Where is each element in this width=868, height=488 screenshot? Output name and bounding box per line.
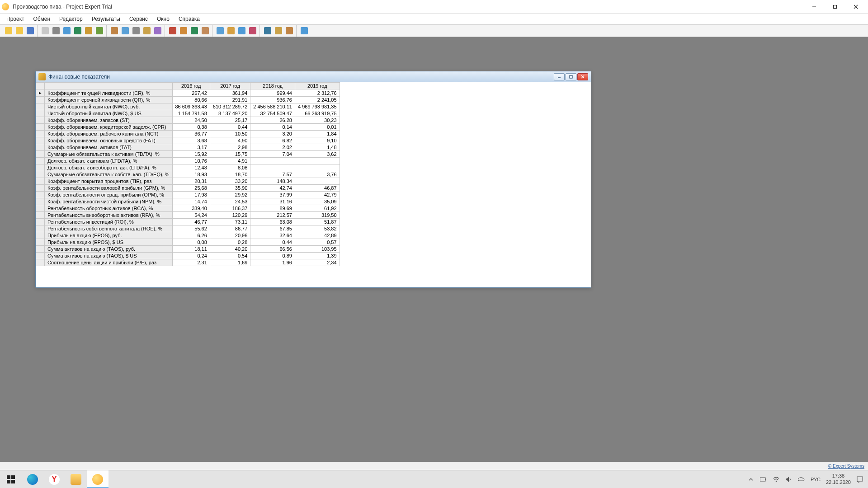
table-row[interactable]: Рентабельность собственного капитала (RO… [36, 225, 340, 232]
cell[interactable]: 61,92 [295, 205, 340, 212]
cell[interactable]: 936,76 [250, 97, 295, 103]
cell[interactable]: 18,70 [210, 171, 250, 178]
row-selector[interactable] [36, 225, 45, 232]
cell[interactable]: 12,48 [172, 164, 210, 171]
cell[interactable]: 25,68 [172, 185, 210, 192]
taskbar-app-project-expert[interactable] [87, 470, 108, 488]
cell[interactable]: 0,44 [210, 124, 250, 131]
cell[interactable]: 10,76 [172, 158, 210, 164]
toolbar-text-export[interactable] [84, 26, 94, 36]
cell[interactable]: 319,50 [295, 212, 340, 219]
cell[interactable]: 31,16 [250, 198, 295, 205]
toolbar-print[interactable] [51, 26, 61, 36]
cell[interactable] [295, 164, 340, 171]
cell[interactable]: 37,99 [250, 192, 295, 198]
cell[interactable]: 0,01 [295, 124, 340, 131]
row-selector[interactable] [36, 117, 45, 124]
cell[interactable]: 6,26 [172, 232, 210, 239]
cell[interactable]: 1,84 [295, 131, 340, 137]
row-selector[interactable] [36, 185, 45, 192]
cell[interactable]: 42,89 [295, 232, 340, 239]
cell[interactable]: 3,17 [172, 144, 210, 151]
cell[interactable]: 7,57 [250, 171, 295, 178]
row-selector[interactable] [36, 124, 45, 131]
cell[interactable]: 17,98 [172, 192, 210, 198]
toolbar-result-2[interactable] [274, 26, 283, 36]
col-header-3[interactable]: 2019 год [295, 83, 340, 89]
toolbar-result-3[interactable] [284, 26, 294, 36]
cell[interactable]: 53,82 [295, 225, 340, 232]
toolbar-result-1[interactable] [263, 26, 273, 36]
cell[interactable]: 66 263 919,75 [295, 110, 340, 117]
toolbar-preview[interactable] [40, 26, 50, 36]
financial-table[interactable]: 2016 год2017 год2018 год2019 год▸Коэффиц… [36, 82, 340, 266]
minimize-button[interactable] [804, 0, 825, 14]
cell[interactable]: 999,44 [250, 89, 295, 97]
row-selector[interactable] [36, 110, 45, 117]
cell[interactable]: 0,54 [210, 253, 250, 259]
row-selector[interactable] [36, 232, 45, 239]
toolbar-form-2[interactable] [120, 26, 130, 36]
cell[interactable]: 46,87 [295, 185, 340, 192]
table-row[interactable]: Прибыль на акцию (EPOS), $ US0,080,280,4… [36, 239, 340, 246]
row-selector[interactable] [36, 103, 45, 110]
menu-item-0[interactable]: Проект [2, 15, 29, 23]
table-row[interactable]: Коэфф. оборачиваем. активов (TAT)3,172,9… [36, 144, 340, 151]
vendor-link[interactable]: © Expert Systems [828, 464, 864, 469]
cell[interactable]: 339,40 [172, 205, 210, 212]
row-selector[interactable]: ▸ [36, 89, 45, 97]
table-row[interactable]: Коэф. рентабельности операц. прибыли (OP… [36, 192, 340, 198]
toolbar-analysis-3[interactable] [237, 26, 247, 36]
table-row[interactable]: Коэффициент покрытия процентов (TIE), ра… [36, 178, 340, 185]
cell[interactable]: 0,89 [250, 253, 295, 259]
col-header-1[interactable]: 2017 год [210, 83, 250, 89]
row-selector[interactable] [36, 164, 45, 171]
cell[interactable]: 2 241,05 [295, 97, 340, 103]
toolbar-analysis-4[interactable] [248, 26, 258, 36]
cell[interactable]: 0,14 [250, 124, 295, 131]
row-selector[interactable] [36, 198, 45, 205]
cell[interactable]: 25,17 [210, 117, 250, 124]
cell[interactable] [250, 158, 295, 164]
cell[interactable]: 8 137 497,20 [210, 110, 250, 117]
toolbar-html-export[interactable] [73, 26, 83, 36]
table-row[interactable]: Сумма активов на акцию (TAOS), $ US0,240… [36, 253, 340, 259]
menu-item-5[interactable]: Окно [152, 15, 174, 23]
table-row[interactable]: Чистый оборотный капитал (NWC), руб.86 6… [36, 103, 340, 110]
child-close-button[interactable] [577, 73, 588, 80]
cell[interactable]: 1,48 [295, 144, 340, 151]
cell[interactable]: 2 312,76 [295, 89, 340, 97]
cell[interactable]: 30,23 [295, 117, 340, 124]
cell[interactable]: 9,10 [295, 137, 340, 144]
col-header-2[interactable]: 2018 год [250, 83, 295, 89]
table-row[interactable]: Сумма активов на акцию (TAOS), руб.18,11… [36, 246, 340, 253]
menu-item-1[interactable]: Обмен [29, 15, 55, 23]
cell[interactable]: 67,85 [250, 225, 295, 232]
toolbar-report-2[interactable] [179, 26, 189, 36]
taskbar-app-yandex[interactable]: Y [43, 470, 65, 488]
cell[interactable]: 10,50 [210, 131, 250, 137]
menu-item-4[interactable]: Сервис [125, 15, 152, 23]
cell[interactable]: 4 969 793 981,35 [295, 103, 340, 110]
cell[interactable] [295, 158, 340, 164]
cell[interactable]: 2,31 [172, 259, 210, 266]
cell[interactable]: 1,96 [250, 259, 295, 266]
tray-language[interactable]: РУС [811, 477, 821, 482]
table-row[interactable]: Коэффициент срочной ликвидности (QR), %8… [36, 97, 340, 103]
row-selector[interactable] [36, 137, 45, 144]
cell[interactable]: 14,74 [172, 198, 210, 205]
cell[interactable]: 32,64 [250, 232, 295, 239]
cell[interactable]: 148,34 [250, 178, 295, 185]
toolbar-save-project[interactable] [25, 26, 35, 36]
taskbar-app-edge[interactable] [22, 470, 43, 488]
cell[interactable]: 18,11 [172, 246, 210, 253]
cell[interactable]: 73,11 [210, 219, 250, 225]
table-row[interactable]: Рентабельность оборотных активов (RCA), … [36, 205, 340, 212]
row-selector[interactable] [36, 239, 45, 246]
row-selector[interactable] [36, 192, 45, 198]
cell[interactable]: 212,57 [250, 212, 295, 219]
cell[interactable]: 1 154 791,58 [172, 110, 210, 117]
cell[interactable]: 186,37 [210, 205, 250, 212]
cell[interactable]: 4,90 [210, 137, 250, 144]
cell[interactable]: 54,24 [172, 212, 210, 219]
